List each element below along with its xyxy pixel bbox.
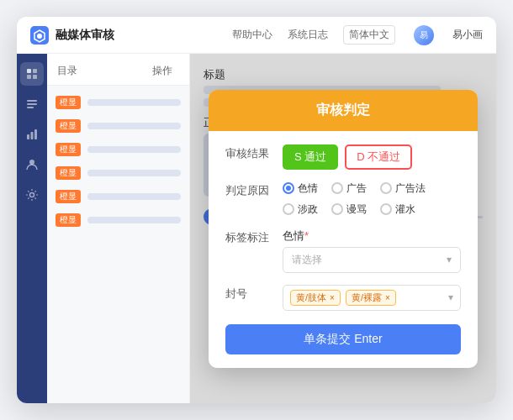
tag-placeholder: 请选择 <box>292 253 322 267</box>
list-item[interactable]: 橙显 <box>47 91 189 114</box>
tag-row: 标签标注 色情* 请选择 ▾ <box>225 228 461 273</box>
modal-body: 审核结果 S 通过 D 不通过 判定原因 <box>209 131 478 368</box>
radio-circle-guanshui <box>380 203 392 215</box>
title-bar: 融媒体审核 帮助中心 系统日志 简体中文 易 易小画 <box>17 17 496 54</box>
submit-button[interactable]: 单条提交 Enter <box>225 324 461 354</box>
user-name: 易小画 <box>452 28 483 42</box>
svg-point-12 <box>29 160 34 165</box>
chevron-down-icon: ▾ <box>447 254 452 265</box>
list-badge-3: 橙显 <box>56 166 81 180</box>
lang-switch[interactable]: 简体中文 <box>343 25 395 45</box>
radio-circle-manzhen <box>331 203 343 215</box>
list-badge-1: 橙显 <box>56 119 81 133</box>
tag-select[interactable]: 请选择 ▾ <box>283 247 461 273</box>
cover-tag-0: 黄/肢体 × <box>290 290 341 306</box>
reason-label: 判定原因 <box>225 181 272 198</box>
radio-manzhen[interactable]: 谩骂 <box>331 202 367 217</box>
review-modal: 审核判定 审核结果 S 通过 D 不通过 <box>209 90 478 368</box>
svg-point-13 <box>30 193 34 197</box>
list-badge-5: 橙显 <box>56 213 81 227</box>
reason-row: 判定原因 色情 广告 <box>225 181 461 217</box>
reason-options: 色情 广告 广告法 <box>283 181 461 217</box>
system-log-link[interactable]: 系统日志 <box>288 28 328 42</box>
svg-rect-9 <box>27 134 29 139</box>
sidebar-icon-chart[interactable] <box>20 123 44 146</box>
svg-rect-5 <box>33 75 37 79</box>
list-bar-3 <box>87 170 181 176</box>
tag-content: 色情* 请选择 ▾ <box>283 228 461 273</box>
result-label: 审核结果 <box>225 144 272 161</box>
radio-label-guanggaofa: 广告法 <box>395 181 426 196</box>
list-badge-2: 橙显 <box>56 143 81 156</box>
avatar-initials: 易 <box>420 29 428 41</box>
list-item[interactable]: 橙显 <box>47 208 189 232</box>
app-logo <box>30 26 49 45</box>
cover-tag-close-1[interactable]: × <box>385 293 390 302</box>
svg-rect-10 <box>31 132 34 139</box>
radio-circle-seqing <box>283 182 294 194</box>
cover-tag-close-0[interactable]: × <box>330 293 335 302</box>
list-item[interactable]: 橙显 <box>47 138 189 161</box>
radio-guanggaofa[interactable]: 广告法 <box>380 181 426 196</box>
radio-circle-shezheng <box>283 203 294 215</box>
cover-tag-text-1: 黄/裸露 <box>352 291 382 304</box>
list-items: 橙显 橙显 橙显 橙显 橙显 <box>47 86 189 403</box>
tag-required: * <box>304 229 309 242</box>
radio-label-guanshui: 灌水 <box>395 202 415 217</box>
radio-circle-guanggaofa <box>380 182 392 194</box>
fail-button[interactable]: D 不通过 <box>345 144 412 170</box>
list-bar-1 <box>87 123 181 129</box>
list-bar-4 <box>87 193 181 200</box>
list-badge-0: 橙显 <box>56 96 81 109</box>
radio-label-shezheng: 涉政 <box>298 202 318 217</box>
svg-rect-3 <box>33 69 37 73</box>
sidebar-icon-user[interactable] <box>20 153 44 176</box>
svg-rect-7 <box>27 103 37 105</box>
list-col-title: 目录 <box>57 64 145 78</box>
avatar: 易 <box>414 25 434 45</box>
content-area: 标题 正文 <box>190 54 496 403</box>
radio-seqing[interactable]: 色情 <box>283 181 318 196</box>
list-item[interactable]: 橙显 <box>47 114 189 138</box>
radio-shezheng[interactable]: 涉政 <box>283 202 318 217</box>
cover-content: 黄/肢体 × 黄/裸露 × ▾ <box>283 285 461 311</box>
main-layout: 目录 操作 橙显 橙显 橙显 橙显 <box>17 54 496 403</box>
tag-sublabel: 色情* <box>283 228 461 244</box>
list-header: 目录 操作 <box>47 54 189 86</box>
result-buttons: S 通过 D 不通过 <box>283 144 461 170</box>
radio-group: 色情 广告 广告法 <box>283 181 461 217</box>
cover-row: 封号 黄/肢体 × 黄/裸露 × <box>225 285 461 311</box>
radio-circle-guanggao <box>331 182 343 194</box>
svg-point-1 <box>37 34 42 39</box>
list-item[interactable]: 橙显 <box>47 161 189 185</box>
radio-label-seqing: 色情 <box>298 181 318 196</box>
cover-tags-box[interactable]: 黄/肢体 × 黄/裸露 × ▾ <box>283 285 461 311</box>
sidebar-icon-home[interactable] <box>20 62 44 86</box>
list-col-action: 操作 <box>145 64 179 78</box>
help-center-link[interactable]: 帮助中心 <box>232 28 272 42</box>
title-nav: 帮助中心 系统日志 简体中文 易 易小画 <box>232 25 483 45</box>
list-item[interactable]: 橙显 <box>47 185 189 208</box>
radio-label-manzhen: 谩骂 <box>346 202 367 217</box>
app-title: 融媒体审核 <box>56 28 232 43</box>
content-list: 目录 操作 橙显 橙显 橙显 橙显 <box>47 54 190 403</box>
modal-title: 审核判定 <box>316 102 370 117</box>
sidebar-icon-settings[interactable] <box>20 183 44 207</box>
cover-tag-1: 黄/裸露 × <box>346 290 396 306</box>
svg-rect-6 <box>27 100 37 102</box>
list-bar-2 <box>87 146 181 153</box>
sidebar-icon-list[interactable] <box>20 92 44 116</box>
svg-rect-2 <box>27 69 31 73</box>
radio-guanshui[interactable]: 灌水 <box>380 202 415 217</box>
radio-guanggao[interactable]: 广告 <box>331 181 367 196</box>
result-row: 审核结果 S 通过 D 不通过 <box>225 144 461 170</box>
modal-header: 审核判定 <box>209 90 478 131</box>
svg-rect-11 <box>34 129 37 139</box>
modal-overlay: 审核判定 审核结果 S 通过 D 不通过 <box>190 54 496 403</box>
tags-chevron-icon: ▾ <box>448 291 453 303</box>
list-bar-0 <box>87 99 181 106</box>
app-window: 融媒体审核 帮助中心 系统日志 简体中文 易 易小画 <box>17 17 496 403</box>
radio-label-guanggao: 广告 <box>346 181 367 196</box>
pass-button[interactable]: S 通过 <box>283 144 338 170</box>
list-bar-5 <box>87 217 181 223</box>
